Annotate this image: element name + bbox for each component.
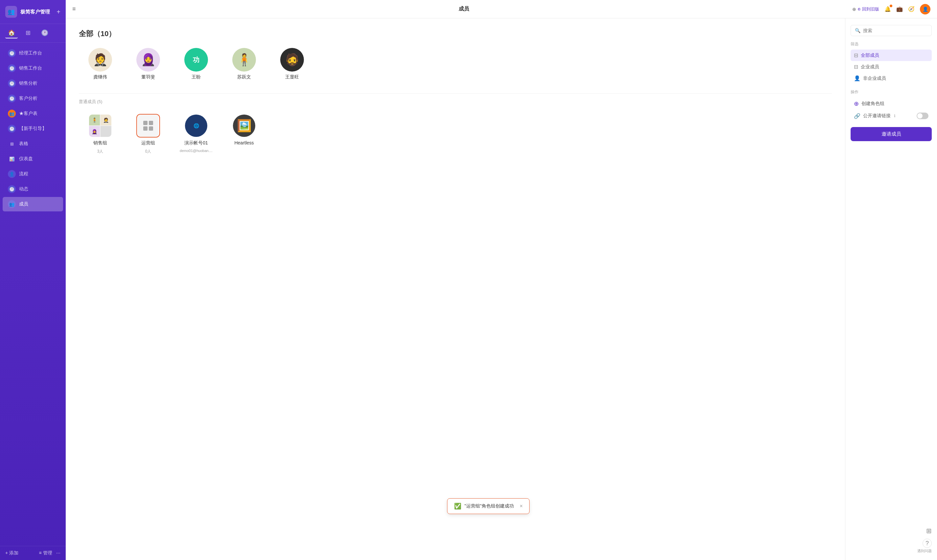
customer-analysis-icon: 🕐 [8, 95, 16, 102]
filter-enterprise-icon: ⊟ [854, 64, 858, 70]
sidebar-item-sales[interactable]: 🕐 销售工作台 [3, 61, 63, 75]
filter-non-enterprise-members[interactable]: 👤 非企业成员 [851, 72, 932, 84]
filter-non-enterprise-icon: 👤 [854, 75, 860, 82]
sidebar-item-customer-analysis[interactable]: 🕐 客户分析 [3, 91, 63, 106]
groups-grid: 🧍 🤵 🧕 销售组 3人 [79, 114, 832, 154]
create-group-button[interactable]: ⊕ 创建角色组 [851, 97, 932, 110]
invite-link-toggle[interactable]: 🔗 公开邀请链接 ℹ [851, 110, 932, 122]
group-count-ops: 0人 [145, 149, 151, 154]
member-card-2[interactable]: 🧕 董羽斐 [127, 48, 170, 80]
member-card-4[interactable]: 🧍 苏跃文 [223, 48, 266, 80]
group-avatar-wrapper-sales: 🧍 🤵 🧕 [88, 114, 112, 137]
sidebar-bottom: + 添加 ≡ 管理 ··· [0, 546, 66, 560]
right-panel: 🔍 筛选 ⊟ 全部成员 ⊟ 企业成员 👤 非企业成员 操作 [845, 18, 937, 560]
sidebar-item-label-customer-list: ★客户表 [19, 111, 37, 117]
main-area: ≡ 成员 ⊕ ⊕ 回到旧版 🔔 💼 🧭 👤 全部（10） [66, 0, 937, 560]
sidebar-add-button[interactable]: + [57, 8, 60, 16]
invite-link-icon: 🔗 [854, 113, 860, 119]
member-avatar-2: 🧕 [136, 48, 160, 72]
bag-icon[interactable]: 💼 [896, 6, 903, 12]
back-icon: ⊕ [852, 6, 856, 12]
filter-section: 筛选 ⊟ 全部成员 ⊟ 企业成员 👤 非企业成员 [851, 42, 932, 84]
toast-check-icon: ✅ [454, 503, 461, 510]
sidebar-tabs: 🏠 ⊞ 🕐 [0, 24, 66, 43]
group-card-ops[interactable]: 运营组 0人 [127, 114, 170, 154]
search-box[interactable]: 🔍 [851, 25, 932, 36]
sidebar-item-table[interactable]: ⊞ 表格 [3, 137, 63, 151]
topbar-actions: ⊕ ⊕ 回到旧版 🔔 💼 🧭 👤 [852, 4, 931, 14]
manage-button[interactable]: ≡ 管理 [39, 550, 52, 556]
member-name-3: 王盼 [191, 74, 201, 80]
invite-link-switch[interactable] [917, 112, 928, 119]
members-panel: 全部（10） 🤵 龚继伟 🧕 董羽斐 [66, 18, 845, 560]
sidebar-item-members[interactable]: 👥 成员 [3, 197, 63, 211]
sidebar-item-label-sales: 销售工作台 [19, 65, 42, 71]
group-name-ops: 运营组 [141, 140, 155, 146]
toast-notification: ✅ "运营组"角色组创建成功 × [447, 498, 529, 514]
sidebar-item-manager[interactable]: 🕐 经理工作台 [3, 46, 63, 60]
topbar: ≡ 成员 ⊕ ⊕ 回到旧版 🔔 💼 🧭 👤 [66, 0, 937, 18]
filter-non-enterprise-label: 非企业成员 [863, 75, 886, 82]
menu-icon[interactable]: ≡ [72, 6, 76, 12]
sidebar-item-analysis[interactable]: 🕐 销售分析 [3, 76, 63, 91]
help-section[interactable]: ? 遇到问题 [917, 538, 932, 554]
help-label: 遇到问题 [917, 549, 932, 554]
add-button[interactable]: + 添加 [5, 550, 19, 556]
group-card-heartless[interactable]: 🖼️ Heartless [223, 114, 266, 154]
filter-all-members[interactable]: ⊟ 全部成员 [851, 49, 932, 61]
ops-label: 操作 [851, 89, 932, 95]
filter-label: 筛选 [851, 42, 932, 47]
back-to-old-version[interactable]: ⊕ ⊕ 回到旧版 [852, 6, 879, 12]
sidebar-item-workflow[interactable]: 👤 流程 [3, 167, 63, 181]
group-card-demo[interactable]: 🌐 演示帐号01 demo01@huoban.... [175, 114, 218, 154]
all-members-grid: 🤵 龚继伟 🧕 董羽斐 功 王盼 [79, 48, 832, 80]
sidebar: 👥 极简客户管理 + 🏠 ⊞ 🕐 🕐 经理工作台 🕐 销售工作台 🕐 销售分析 … [0, 0, 66, 560]
tab-grid[interactable]: ⊞ [23, 28, 33, 38]
sidebar-item-label-workflow: 流程 [19, 171, 28, 177]
group-avatar-demo: 🌐 [185, 115, 207, 137]
more-button[interactable]: ··· [56, 550, 60, 556]
member-avatar-5: 🧔 [280, 48, 304, 72]
group-name-heartless: Heartless [234, 140, 254, 145]
add-button-label: + 添加 [5, 550, 19, 556]
group-avatar-wrapper-demo: 🌐 [184, 114, 208, 137]
sidebar-item-label-customer-analysis: 客户分析 [19, 95, 37, 102]
filter-enterprise-members[interactable]: ⊟ 企业成员 [851, 61, 932, 72]
notification-bell[interactable]: 🔔 [885, 6, 891, 12]
logo-icon: 👥 [5, 6, 17, 18]
member-card-1[interactable]: 🤵 龚继伟 [79, 48, 122, 80]
group-name-sales: 销售组 [93, 140, 107, 146]
sidebar-item-dashboard[interactable]: 📊 仪表盘 [3, 152, 63, 166]
bell-icon: 🔔 [885, 6, 891, 12]
sidebar-item-label-manager: 经理工作台 [19, 50, 42, 56]
stacked-avatar-4 [100, 126, 111, 137]
members-icon: 👥 [8, 200, 16, 208]
toast-close-button[interactable]: × [520, 503, 523, 509]
page-title: 成员 [81, 6, 847, 12]
svg-rect-0 [143, 121, 148, 125]
sidebar-item-guide[interactable]: 🕐 【新手引导】 [3, 122, 63, 136]
member-card-5[interactable]: 🧔 王显旺 [271, 48, 313, 80]
group-avatar-ops [137, 115, 159, 137]
section-separator [79, 93, 832, 94]
invite-members-button[interactable]: 邀请成员 [851, 127, 932, 141]
all-section-title: 全部（10） [79, 29, 832, 39]
search-icon: 🔍 [855, 28, 860, 33]
qr-code-icon[interactable]: ⊞ [926, 527, 932, 535]
tab-home[interactable]: 🏠 [5, 28, 18, 38]
filter-enterprise-label: 企业成员 [861, 64, 879, 70]
invite-link-label: 公开邀请链接 [863, 113, 891, 119]
group-card-sales[interactable]: 🧍 🤵 🧕 销售组 3人 [79, 114, 122, 154]
search-input[interactable] [863, 28, 928, 33]
tab-recent[interactable]: 🕐 [39, 28, 51, 38]
sidebar-item-label-dashboard: 仪表盘 [19, 156, 33, 162]
user-avatar[interactable]: 👤 [920, 4, 931, 14]
member-card-3[interactable]: 功 王盼 [175, 48, 218, 80]
customer-list-icon: 👥 [8, 110, 16, 117]
invite-link-info-icon: ℹ [894, 114, 895, 118]
sidebar-item-dynamic[interactable]: 🕐 动态 [3, 182, 63, 196]
sidebar-item-customer-list[interactable]: 👥 ★客户表 [3, 106, 63, 121]
compass-icon[interactable]: 🧭 [908, 6, 915, 12]
member-name-5: 王显旺 [285, 74, 299, 80]
notification-badge [890, 5, 892, 7]
